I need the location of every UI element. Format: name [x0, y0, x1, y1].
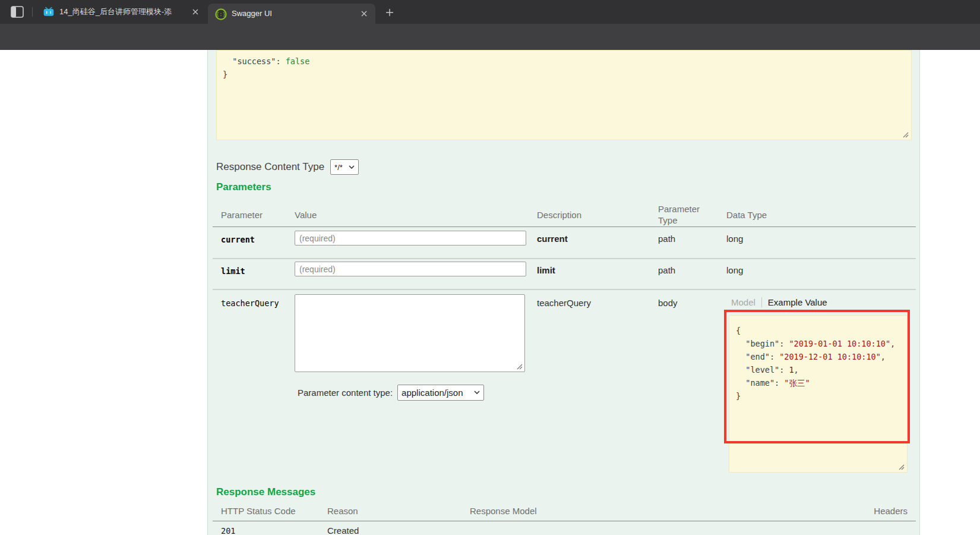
tab-actions-icon[interactable]: [11, 6, 24, 18]
browser-window: 14_尚硅谷_后台讲师管理模块-添 {:} Swagger UI: [0, 0, 980, 535]
bilibili-icon: [43, 7, 55, 17]
table-header-divider: [213, 521, 916, 521]
selected-value: application/json: [402, 388, 463, 398]
parameters-heading: Parameters: [216, 181, 271, 193]
tab-bilibili[interactable]: 14_尚硅谷_后台讲师管理模块-添: [36, 0, 207, 24]
address-toolbar: localhost:8001/swagger-ui.html#!/edu45te…: [0, 24, 980, 50]
column-header-reason: Reason: [327, 506, 358, 516]
selected-value: */*: [334, 163, 343, 172]
close-icon[interactable]: [358, 7, 371, 20]
parameter-content-type-row: Parameter content type: application/json: [298, 383, 484, 401]
param-type: path: [658, 265, 675, 275]
post-operation-content: "success": false} Response Content Type …: [207, 50, 920, 535]
response-body-sample: "success": false}: [216, 50, 912, 140]
column-header-response-model: Response Model: [470, 506, 537, 516]
svg-text:{:}: {:}: [216, 11, 226, 17]
column-header-parameter: Parameter: [221, 210, 263, 220]
tab-bar: 14_尚硅谷_后台讲师管理模块-添 {:} Swagger UI: [0, 0, 980, 24]
tab-model[interactable]: Model: [731, 297, 761, 307]
response-messages-heading: Response Messages: [216, 486, 315, 498]
tab-swagger-ui[interactable]: {:} Swagger UI: [208, 4, 375, 24]
tab-divider: [32, 7, 33, 17]
param-name-teacherquery: teacherQuery: [221, 298, 279, 308]
param-name-current: current: [221, 235, 255, 244]
param-description: teacherQuery: [537, 298, 591, 308]
param-type: body: [658, 298, 678, 308]
parameter-content-type-select[interactable]: application/json: [397, 385, 484, 401]
chevron-down-icon: [349, 165, 355, 169]
resize-grip-icon[interactable]: [903, 132, 909, 138]
response-body-code: "success": false}: [223, 55, 905, 81]
chevron-down-icon: [474, 391, 480, 394]
response-reason: Created: [327, 525, 359, 535]
row-divider: [213, 289, 916, 290]
tab-title: Swagger UI: [232, 8, 353, 19]
param-data-type: long: [726, 265, 743, 275]
row-divider: [213, 258, 916, 259]
param-name-limit: limit: [221, 266, 245, 276]
param-type: path: [658, 234, 675, 244]
param-description: limit: [537, 265, 555, 275]
response-content-type-label: Response Content Type: [216, 161, 324, 173]
column-header-value: Value: [295, 210, 317, 220]
swagger-icon: {:}: [215, 8, 227, 19]
column-header-http-status: HTTP Status Code: [221, 506, 296, 516]
model-tabs: Model Example Value: [731, 297, 833, 307]
close-icon[interactable]: [189, 5, 202, 18]
column-header-headers: Headers: [865, 506, 908, 516]
swagger-page: "success": false} Response Content Type …: [0, 50, 980, 535]
param-body-textarea[interactable]: [295, 294, 525, 372]
column-header-data-type: Data Type: [726, 210, 767, 220]
table-header-divider: [213, 226, 916, 227]
tab-title: 14_尚硅谷_后台讲师管理模块-添: [59, 7, 184, 17]
response-content-type-row: Response Content Type */*: [216, 159, 359, 175]
example-value-code: { "begin": "2019-01-01 10:10:10", "end":…: [736, 324, 900, 402]
response-status-code: 201: [221, 526, 235, 535]
param-description: current: [537, 234, 568, 244]
resize-grip-icon[interactable]: [517, 364, 523, 370]
param-value-input-current[interactable]: [295, 231, 526, 246]
param-data-type: long: [726, 234, 743, 244]
param-value-input-limit[interactable]: [295, 262, 526, 276]
tab-example-value[interactable]: Example Value: [761, 297, 833, 307]
new-tab-button[interactable]: [382, 5, 397, 20]
resize-grip-icon[interactable]: [899, 464, 905, 470]
response-content-type-select[interactable]: */*: [330, 159, 359, 175]
column-header-parameter-type: Parameter Type: [658, 203, 709, 226]
parameter-content-type-label: Parameter content type:: [298, 388, 393, 398]
example-value-box: { "begin": "2019-01-01 10:10:10", "end":…: [729, 315, 908, 473]
column-header-description: Description: [537, 210, 581, 220]
